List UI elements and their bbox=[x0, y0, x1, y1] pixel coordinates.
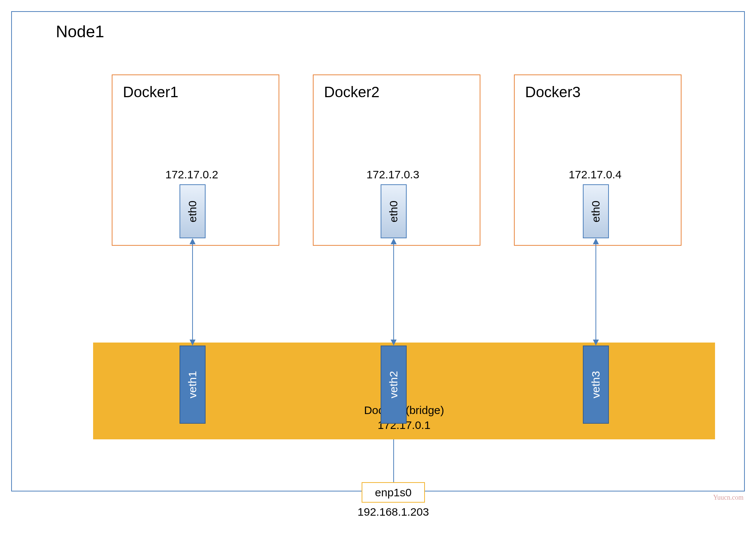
docker1-veth-link bbox=[190, 238, 197, 346]
docker2-ip: 172.17.0.3 bbox=[356, 168, 430, 181]
docker3-eth0-label: eth0 bbox=[590, 200, 602, 222]
docker3-title: Docker3 bbox=[525, 84, 581, 101]
docker1-ip: 172.17.0.2 bbox=[155, 168, 229, 181]
docker2-title: Docker2 bbox=[324, 84, 379, 101]
docker3-eth0: eth0 bbox=[583, 184, 609, 238]
docker3-veth-link bbox=[593, 238, 601, 346]
veth2-box: veth2 bbox=[381, 346, 407, 424]
docker2-eth0-label: eth0 bbox=[387, 200, 400, 222]
veth1-label: veth1 bbox=[186, 371, 199, 398]
host-iface-ip: 192.168.1.203 bbox=[356, 506, 431, 518]
diagram-canvas: Node1 Docker0(bridge) 172.17.0.1 Docker1… bbox=[7, 7, 749, 550]
bridge-enp-link bbox=[391, 439, 398, 482]
docker2-eth0: eth0 bbox=[381, 184, 407, 238]
docker1-eth0: eth0 bbox=[180, 184, 206, 238]
veth3-label: veth3 bbox=[590, 371, 602, 398]
host-iface-name: enp1s0 bbox=[375, 486, 412, 499]
docker3-ip: 172.17.0.4 bbox=[558, 168, 632, 181]
veth3-box: veth3 bbox=[583, 346, 609, 424]
host-iface-box: enp1s0 bbox=[362, 482, 425, 503]
docker1-eth0-label: eth0 bbox=[186, 200, 199, 222]
docker2-veth-link bbox=[391, 238, 398, 346]
veth2-label: veth2 bbox=[387, 371, 400, 398]
veth1-box: veth1 bbox=[180, 346, 206, 424]
docker1-title: Docker1 bbox=[123, 84, 178, 101]
watermark: Yuucn.com bbox=[713, 494, 743, 502]
node-title: Node1 bbox=[56, 22, 104, 41]
